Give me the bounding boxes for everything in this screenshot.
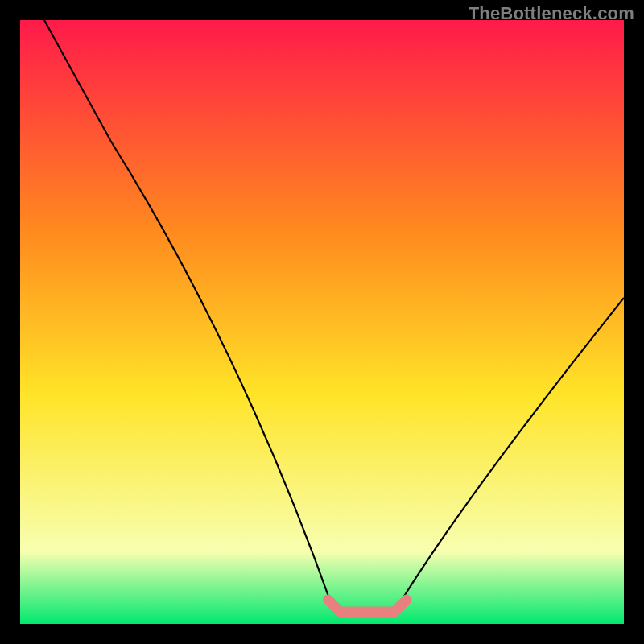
bottleneck-chart [20, 20, 624, 624]
chart-frame: TheBottleneck.com [0, 0, 644, 644]
gradient-background [20, 20, 624, 624]
